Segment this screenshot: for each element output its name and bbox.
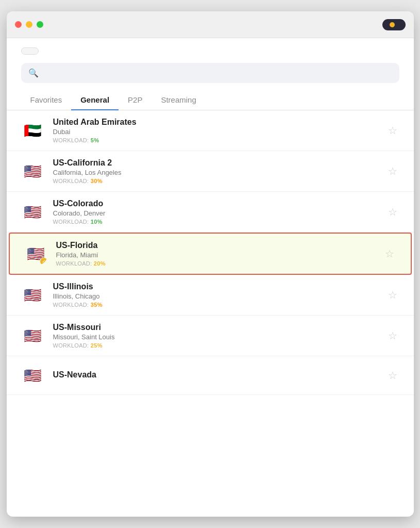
server-item[interactable]: 🇺🇸US-ColoradoColorado, DenverWORKLOAD: 1… xyxy=(7,192,414,233)
server-info: US-California 2California, Los AngelesWO… xyxy=(53,158,386,184)
maximize-traffic-light[interactable] xyxy=(37,21,43,28)
workload-text: WORKLOAD: 30% xyxy=(53,178,386,184)
star-button[interactable]: ☆ xyxy=(386,204,399,220)
search-bar: 🔍 xyxy=(21,63,399,83)
server-name: US-Florida xyxy=(56,241,383,250)
flag-wrap: 🇺🇸 xyxy=(21,159,45,183)
flag-wrap: 🇦🇪 xyxy=(21,119,45,142)
minimize-traffic-light[interactable] xyxy=(26,21,32,28)
server-name: US-California 2 xyxy=(53,158,386,168)
connected-badge xyxy=(382,19,406,30)
tab-streaming[interactable]: Streaming xyxy=(152,90,205,110)
star-button[interactable]: ☆ xyxy=(386,367,399,384)
server-name: United Arab Emirates xyxy=(53,118,386,127)
server-location: Missouri, Saint Louis xyxy=(53,333,386,341)
server-name: US-Colorado xyxy=(53,199,386,208)
server-info: US-IllinoisIllinois, ChicagoWORKLOAD: 35… xyxy=(53,282,386,308)
tabs-bar: FavoritesGeneralP2PStreaming xyxy=(7,90,414,110)
star-button[interactable]: ☆ xyxy=(383,245,396,262)
flag-icon: 🇦🇪 xyxy=(21,119,45,142)
workload-text: WORKLOAD: 35% xyxy=(53,302,386,308)
tab-favorites[interactable]: Favorites xyxy=(21,90,72,110)
flag-icon: 🇺🇸 xyxy=(21,324,45,348)
server-name: US-Illinois xyxy=(53,282,386,291)
flag-icon: 🇺🇸 xyxy=(21,159,45,183)
connected-overlay-icon: ✓ xyxy=(40,257,48,266)
workload-text: WORKLOAD: 10% xyxy=(53,219,386,225)
server-item[interactable]: 🇺🇸US-IllinoisIllinois, ChicagoWORKLOAD: … xyxy=(7,275,414,316)
tab-general[interactable]: General xyxy=(71,90,119,110)
star-button[interactable]: ☆ xyxy=(386,287,399,303)
flag-icon: 🇺🇸 xyxy=(21,200,45,224)
server-item[interactable]: 🇺🇸US-Nevada☆ xyxy=(7,356,414,395)
star-button[interactable]: ☆ xyxy=(386,122,399,139)
titlebar xyxy=(7,11,414,38)
flag-icon: 🇺🇸 xyxy=(21,283,45,307)
server-location: Dubai xyxy=(53,128,386,136)
server-location: Illinois, Chicago xyxy=(53,292,386,300)
flag-wrap: 🇺🇸 xyxy=(21,283,45,307)
flag-wrap: 🇺🇸✓ xyxy=(24,242,48,266)
star-button[interactable]: ☆ xyxy=(386,327,399,344)
panel-header xyxy=(7,38,414,61)
server-location: Florida, Miami xyxy=(56,251,383,259)
server-info: US-ColoradoColorado, DenverWORKLOAD: 10% xyxy=(53,199,386,225)
workload-text: WORKLOAD: 5% xyxy=(53,137,386,143)
server-item[interactable]: 🇺🇸US-MissouriMissouri, Saint LouisWORKLO… xyxy=(7,316,414,356)
star-button[interactable]: ☆ xyxy=(386,163,399,179)
server-name: US-Missouri xyxy=(53,323,386,332)
panel-content: 🔍 FavoritesGeneralP2PStreaming 🇦🇪United … xyxy=(7,38,414,517)
app-window: 🔍 FavoritesGeneralP2PStreaming 🇦🇪United … xyxy=(7,11,414,517)
flag-wrap: 🇺🇸 xyxy=(21,364,45,387)
close-traffic-light[interactable] xyxy=(15,21,22,28)
flag-wrap: 🇺🇸 xyxy=(21,200,45,224)
server-name: US-Nevada xyxy=(53,370,386,380)
connected-dot-icon xyxy=(390,22,395,27)
server-item[interactable]: 🇦🇪United Arab EmiratesDubaiWORKLOAD: 5%☆ xyxy=(7,110,414,151)
workload-text: WORKLOAD: 20% xyxy=(56,260,383,267)
traffic-lights xyxy=(15,21,43,28)
server-item[interactable]: 🇺🇸✓US-FloridaFlorida, MiamiWORKLOAD: 20%… xyxy=(9,233,412,275)
flag-icon: 🇺🇸 xyxy=(21,364,45,387)
search-input[interactable] xyxy=(44,69,392,77)
server-location: California, Los Angeles xyxy=(53,169,386,176)
workload-text: WORKLOAD: 25% xyxy=(53,342,386,349)
ping-test-button[interactable] xyxy=(21,47,39,55)
server-info: United Arab EmiratesDubaiWORKLOAD: 5% xyxy=(53,118,386,143)
flag-wrap: 🇺🇸 xyxy=(21,324,45,348)
server-list: 🇦🇪United Arab EmiratesDubaiWORKLOAD: 5%☆… xyxy=(7,110,414,517)
tab-p2p[interactable]: P2P xyxy=(119,90,152,110)
server-item[interactable]: 🇺🇸US-California 2California, Los Angeles… xyxy=(7,151,414,192)
server-info: US-FloridaFlorida, MiamiWORKLOAD: 20% xyxy=(56,241,383,267)
server-info: US-Nevada xyxy=(53,370,386,381)
server-location: Colorado, Denver xyxy=(53,209,386,217)
server-info: US-MissouriMissouri, Saint LouisWORKLOAD… xyxy=(53,323,386,349)
search-icon: 🔍 xyxy=(28,68,39,78)
